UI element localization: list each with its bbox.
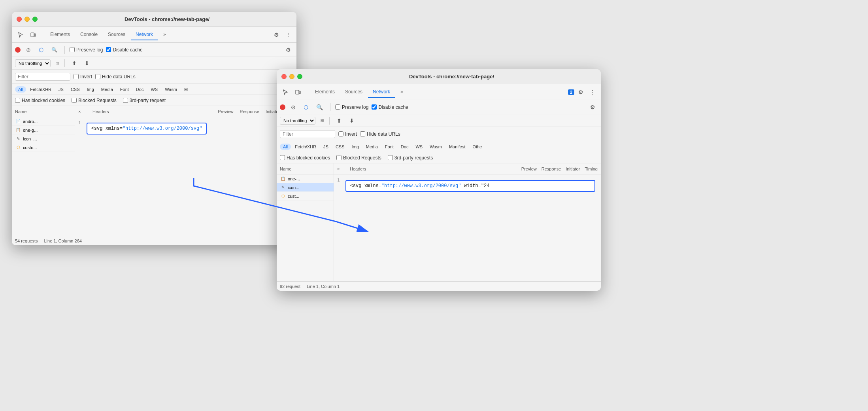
type-css-2[interactable]: CSS: [332, 144, 348, 150]
tab-elements-1[interactable]: Elements: [45, 29, 75, 40]
type-media-1[interactable]: Media: [98, 86, 116, 93]
type-media-2[interactable]: Media: [363, 144, 381, 150]
preserve-log-label-1[interactable]: Preserve log: [70, 47, 103, 53]
blocked-cookies-cb-2[interactable]: [280, 155, 285, 160]
tab-sources-1[interactable]: Sources: [103, 29, 130, 40]
hide-data-urls-label-2[interactable]: Hide data URLs: [360, 131, 400, 137]
type-wasm-2[interactable]: Wasm: [426, 144, 445, 150]
type-ws-2[interactable]: WS: [412, 144, 426, 150]
disable-cache-label-2[interactable]: Disable cache: [372, 104, 408, 110]
search-button-2[interactable]: 🔍: [314, 102, 325, 112]
search-button-1[interactable]: 🔍: [49, 45, 60, 54]
maximize-button-2[interactable]: [297, 74, 302, 79]
invert-checkbox-1[interactable]: [74, 74, 79, 79]
network-settings-2[interactable]: ⚙: [588, 102, 598, 112]
blocked-requests-label-1[interactable]: Blocked Requests: [72, 98, 117, 103]
upload-button-1[interactable]: ⬆: [70, 59, 79, 68]
tab-more-2[interactable]: »: [396, 87, 408, 98]
download-button-2[interactable]: ⬇: [347, 116, 357, 125]
table-row-2[interactable]: 📋 one-g...: [12, 126, 75, 134]
blocked-cookies-cb-1[interactable]: [15, 98, 20, 103]
device-toggle-button[interactable]: [28, 30, 39, 40]
invert-label-2[interactable]: Invert: [338, 131, 357, 137]
blocked-cookies-label-2[interactable]: Has blocked cookies: [280, 155, 330, 161]
network-settings-1[interactable]: ⚙: [283, 45, 293, 55]
type-other-2[interactable]: Othe: [469, 144, 485, 150]
third-party-label-2[interactable]: 3rd-party requests: [388, 155, 433, 161]
gear-button-1[interactable]: ⚙: [272, 30, 281, 40]
filter-toggle-1[interactable]: ⬡: [36, 45, 46, 55]
disable-cache-checkbox-2[interactable]: [372, 104, 377, 110]
table-row-4[interactable]: ⬡ custo...: [12, 143, 75, 152]
blocked-requests-label-2[interactable]: Blocked Requests: [336, 155, 381, 161]
type-js-2[interactable]: JS: [320, 144, 332, 150]
tab-elements-2[interactable]: Elements: [310, 87, 340, 98]
type-xhr-1[interactable]: Fetch/XHR: [27, 86, 55, 93]
hide-data-urls-label-1[interactable]: Hide data URLs: [95, 74, 136, 80]
more-button-1[interactable]: ⋮: [283, 30, 293, 40]
tab-more-1[interactable]: »: [159, 29, 171, 40]
type-img-1[interactable]: Img: [84, 86, 97, 93]
blocked-requests-cb-2[interactable]: [336, 155, 342, 160]
preserve-log-checkbox-1[interactable]: [70, 47, 75, 52]
type-css-1[interactable]: CSS: [68, 86, 83, 93]
minimize-button-1[interactable]: [25, 17, 30, 22]
type-ws-1[interactable]: WS: [147, 86, 161, 93]
type-img-2[interactable]: Img: [349, 144, 362, 150]
record-button-2[interactable]: [280, 104, 285, 110]
minimize-button-2[interactable]: [289, 74, 294, 79]
tab-network-1[interactable]: Network: [131, 29, 158, 40]
preserve-log-checkbox-2[interactable]: [335, 104, 340, 110]
device-toggle-button-2[interactable]: [292, 87, 304, 97]
type-js-1[interactable]: JS: [55, 86, 67, 93]
tab-sources-2[interactable]: Sources: [340, 87, 367, 98]
hide-data-urls-checkbox-2[interactable]: [360, 131, 365, 136]
type-wasm-1[interactable]: Wasm: [162, 86, 180, 93]
blocked-requests-cb-1[interactable]: [72, 98, 77, 103]
svg-rect-2: [296, 90, 299, 94]
blocked-cookies-label-1[interactable]: Has blocked cookies: [15, 98, 65, 103]
hide-data-urls-checkbox-1[interactable]: [95, 74, 100, 79]
type-doc-2[interactable]: Doc: [398, 144, 412, 150]
disable-cache-label-1[interactable]: Disable cache: [106, 47, 142, 53]
filter-input-1[interactable]: [15, 73, 70, 81]
table-row-1[interactable]: 📄 andro...: [12, 117, 75, 126]
close-button-1[interactable]: [17, 17, 22, 22]
cursor-tool-button-2[interactable]: [280, 87, 291, 97]
cursor-tool-button[interactable]: [15, 30, 26, 40]
maximize-button-1[interactable]: [32, 17, 38, 22]
invert-label-1[interactable]: Invert: [74, 74, 92, 80]
disable-cache-checkbox-1[interactable]: [106, 47, 111, 52]
more-button-2[interactable]: ⋮: [587, 87, 598, 97]
clear-button-2[interactable]: ⊘: [289, 102, 298, 112]
type-xhr-2[interactable]: Fetch/XHR: [292, 144, 319, 150]
upload-button-2[interactable]: ⬆: [334, 116, 344, 125]
table-row-3[interactable]: ✎ icon_...: [12, 134, 75, 143]
close-button-2[interactable]: [281, 74, 287, 79]
type-font-1[interactable]: Font: [117, 86, 132, 93]
table-row-2-3[interactable]: ⬡ cust...: [277, 192, 334, 201]
type-all-2[interactable]: All: [280, 144, 291, 150]
third-party-label-1[interactable]: 3rd-party request: [123, 98, 166, 103]
type-manifest-1[interactable]: M: [181, 86, 191, 93]
table-row-2-1[interactable]: 📋 one-...: [277, 174, 334, 183]
record-button-1[interactable]: [15, 47, 21, 53]
third-party-cb-1[interactable]: [123, 98, 128, 103]
clear-button-1[interactable]: ⊘: [24, 45, 33, 55]
third-party-cb-2[interactable]: [388, 155, 393, 160]
tab-console-1[interactable]: Console: [75, 29, 102, 40]
gear-button-2[interactable]: ⚙: [576, 87, 586, 97]
invert-checkbox-2[interactable]: [338, 131, 343, 136]
table-row-2-2[interactable]: ✎ icon...: [277, 183, 334, 192]
type-font-2[interactable]: Font: [382, 144, 397, 150]
filter-input-2[interactable]: [280, 130, 335, 138]
throttle-select-2[interactable]: No throttling: [280, 117, 315, 125]
tab-network-2[interactable]: Network: [368, 87, 395, 98]
type-all-1[interactable]: All: [15, 86, 26, 93]
type-doc-1[interactable]: Doc: [133, 86, 147, 93]
preserve-log-label-2[interactable]: Preserve log: [335, 104, 368, 110]
filter-toggle-2[interactable]: ⬡: [301, 102, 311, 112]
download-button-1[interactable]: ⬇: [82, 59, 92, 68]
throttle-select-1[interactable]: No throttling: [15, 59, 51, 67]
type-manifest-2[interactable]: Manifest: [446, 144, 469, 150]
